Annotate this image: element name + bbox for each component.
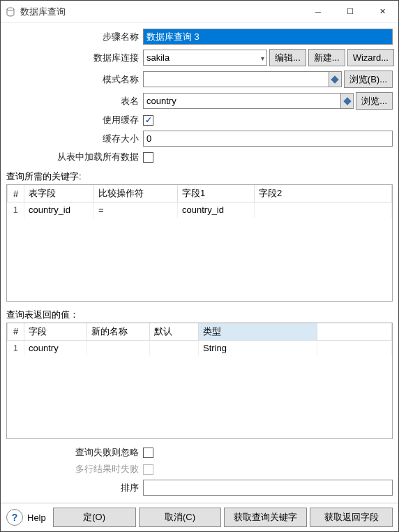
get-return-button[interactable]: 获取返回字段 [310,508,393,527]
keys-col-field[interactable]: 表字段 [24,185,94,202]
browse-schema-button[interactable]: 浏览(B)... [344,71,393,88]
table-label: 表名 [6,95,143,108]
return-col-spacer [317,323,392,341]
get-keys-button[interactable]: 获取查询关键字 [224,508,307,527]
db-connection-label: 数据库连接 [6,52,143,64]
ignore-fail-checkbox[interactable] [143,448,153,458]
return-header-row: # 字段 新的名称 默认 类型 [8,323,392,341]
table-row[interactable]: 1 country_id = country_id [8,202,392,218]
app-icon [5,6,16,17]
multirow-fail-checkbox [143,464,153,475]
keys-col-f2[interactable]: 字段2 [255,185,392,202]
help-icon[interactable]: ? [6,509,23,526]
cache-size-label: 缓存大小 [6,133,143,145]
return-section-title: 查询表返回的值： [6,309,393,321]
keys-col-num[interactable]: # [8,185,24,202]
table-var-button[interactable] [341,93,354,109]
keys-header-row: # 表字段 比较操作符 字段1 字段2 [8,185,392,202]
return-col-default[interactable]: 默认 [150,323,199,341]
step-name-label: 步骤名称 [6,31,143,43]
schema-var-button[interactable] [329,71,342,87]
keys-table[interactable]: # 表字段 比较操作符 字段1 字段2 1 country_id = count… [6,184,393,302]
cache-size-input[interactable] [143,131,393,147]
load-all-checkbox[interactable] [143,152,153,163]
sort-input[interactable] [143,480,393,496]
diamond-icon [343,97,351,105]
footer: ? Help 定(O) 取消(C) 获取查询关键字 获取返回字段 [1,503,398,531]
return-col-newname[interactable]: 新的名称 [87,323,150,341]
minimize-button[interactable]: ─ [302,1,334,23]
ignore-fail-label: 查询失败则忽略 [6,446,143,459]
db-connection-select[interactable] [143,50,267,66]
keys-section-title: 查询所需的关键字: [6,170,393,183]
step-name-input[interactable] [143,29,393,45]
return-col-type[interactable]: 类型 [199,323,317,341]
schema-input[interactable] [143,71,329,87]
sort-label: 排序 [6,482,143,494]
keys-col-f1[interactable]: 字段1 [178,185,255,202]
edit-connection-button[interactable]: 编辑... [269,49,306,66]
table-input[interactable] [143,93,341,109]
titlebar: 数据库查询 ─ ☐ ✕ [1,1,398,23]
help-link[interactable]: Help [27,512,46,523]
wizard-button[interactable]: Wizard... [347,49,394,66]
use-cache-checkbox[interactable] [143,115,153,126]
ok-button[interactable]: 定(O) [53,508,136,527]
keys-col-op[interactable]: 比较操作符 [94,185,178,202]
keys-table-empty-area[interactable] [7,218,392,301]
load-all-label: 从表中加载所有数据 [6,151,143,163]
table-row[interactable]: 1 country String [8,340,392,355]
new-connection-button[interactable]: 新建... [308,49,345,66]
browse-table-button[interactable]: 浏览... [356,92,393,110]
maximize-button[interactable]: ☐ [334,1,366,23]
schema-label: 模式名称 [6,73,143,86]
svg-point-0 [7,8,14,10]
return-col-num[interactable]: # [8,323,24,341]
return-table-empty-area[interactable] [7,355,392,438]
return-col-field[interactable]: 字段 [24,323,87,341]
cancel-button[interactable]: 取消(C) [139,508,222,527]
close-button[interactable]: ✕ [366,1,398,23]
diamond-icon [331,75,339,83]
use-cache-label: 使用缓存 [6,114,143,126]
return-table[interactable]: # 字段 新的名称 默认 类型 1 country String [6,323,393,440]
multirow-fail-label: 多行结果时失败 [6,463,143,475]
window-title: 数据库查询 [20,6,302,18]
